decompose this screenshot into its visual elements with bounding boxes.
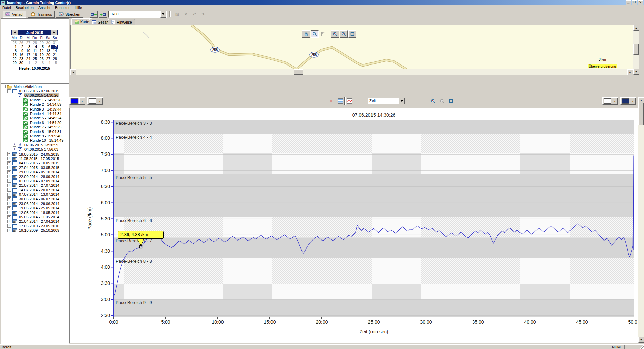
highlight-color-dropdown[interactable]: ▼ [620, 97, 636, 105]
menu-datei[interactable]: Datei [0, 6, 13, 10]
scroll-up-icon[interactable]: ▲ [633, 25, 639, 31]
tree-item-label[interactable]: 07.06.2015 13:20:59 [24, 143, 59, 147]
courses-button[interactable]: Strecken [56, 11, 83, 18]
expand-expander[interactable]: + [13, 143, 16, 147]
expand-expander[interactable]: + [7, 211, 11, 214]
tree-item[interactable]: -01.06.2015 - 07.06.2015 [1, 89, 69, 93]
calendar-day[interactable]: 11 [31, 49, 38, 53]
calendar-day[interactable]: 14 [51, 49, 58, 53]
tree-item[interactable]: +19.05.2014 - 25.05.2014 [1, 206, 69, 210]
chart-zoom-in-button[interactable] [429, 97, 437, 105]
tree-item-label[interactable]: Runde 2 - 14:34:59 [29, 102, 62, 106]
tab-hinweise[interactable]: Hinweise [108, 19, 135, 25]
tree-item-label[interactable]: 29.09.2014 - 05.10.2014 [18, 170, 60, 174]
calendar-day[interactable]: 21 [51, 53, 58, 57]
menu-benutzer[interactable]: Benutzer [53, 6, 72, 10]
calendar-day[interactable]: 22 [11, 57, 18, 61]
device-combobox-value[interactable]: FR60 [109, 11, 160, 17]
expand-expander[interactable]: + [7, 184, 11, 187]
tree-item-label[interactable]: 17.05.2010 - 23.05.2010 [18, 224, 60, 228]
chart-vertical-scrollbar[interactable]: ▲ ▼ [638, 97, 644, 343]
calendar-day[interactable]: 8 [11, 49, 18, 53]
tree-item-label[interactable]: 12.05.2014 - 18.05.2014 [18, 211, 60, 215]
activity-tree[interactable]: -Meine Aktivitäten-01.06.2015 - 07.06.20… [1, 84, 69, 344]
tree-item[interactable]: +22.09.2014 - 28.09.2014 [1, 174, 69, 179]
tree-item-label[interactable]: 19.05.2014 - 25.05.2014 [18, 206, 60, 210]
receive-from-device-button[interactable] [99, 11, 107, 18]
calendar-day[interactable]: 29 [11, 61, 18, 65]
tree-item-label[interactable]: 07.07.2014 - 13.07.2014 [18, 192, 60, 197]
calendar-day[interactable]: 16 [18, 53, 24, 57]
tree-item-label[interactable]: Runde 3 - 14:39:44 [29, 107, 62, 111]
pace-chart[interactable]: Pace-Bereich 3 - 3Pace-Bereich 4 - 4Pace… [70, 108, 637, 342]
calendar-day[interactable]: 30 [18, 61, 24, 65]
calendar-day[interactable]: 25 [31, 57, 38, 61]
expand-expander[interactable]: + [7, 166, 11, 169]
tree-item-label[interactable]: 01.06.2015 - 07.06.2015 [18, 89, 60, 93]
map-vertical-scrollbar[interactable]: ▲ ▼ [633, 25, 639, 75]
tree-item[interactable]: -07.06.2015 14:30:26 [1, 93, 69, 98]
tree-item[interactable]: Runde 5 - 14:49:24 [1, 116, 69, 120]
calendar-day[interactable]: 25 [11, 41, 18, 45]
calendar-day[interactable]: 5 [51, 61, 58, 65]
collapse-expander[interactable]: - [13, 94, 16, 97]
tree-item-label[interactable]: Runde 9 - 15:09:40 [29, 134, 62, 138]
scroll-left-icon[interactable]: ◄ [70, 69, 76, 75]
chevron-down-icon[interactable]: ▼ [612, 98, 618, 104]
scrollbar-thumb[interactable] [638, 103, 644, 125]
tree-item[interactable]: +12.05.2014 - 18.05.2014 [1, 210, 69, 215]
expand-expander[interactable]: + [7, 175, 11, 178]
tree-item-label[interactable]: Runde 1 - 14:30:26 [29, 98, 62, 102]
resize-grip[interactable] [640, 345, 644, 349]
calendar-day[interactable]: 1 [24, 61, 31, 65]
calendar-day[interactable]: 2 [31, 61, 38, 65]
expand-expander[interactable]: + [7, 152, 11, 156]
chevron-down-icon[interactable] [160, 11, 166, 18]
calendar-day[interactable]: 10 [24, 49, 31, 53]
zones-mode-button[interactable] [336, 97, 345, 105]
tree-item[interactable]: +18.05.2015 - 24.05.2015 [1, 152, 69, 156]
calendar-day[interactable]: 5 [38, 45, 45, 49]
expand-expander[interactable]: + [7, 157, 11, 160]
series1-color-dropdown[interactable]: ▼ [69, 97, 85, 105]
scroll-down-icon[interactable]: ▼ [633, 69, 639, 75]
calendar-day-selected[interactable]: 7 [51, 45, 58, 49]
tree-item-label[interactable]: 21.07.2014 - 27.07.2014 [18, 183, 60, 187]
maximize-button[interactable]: ❐ [632, 0, 637, 5]
compare-color-dropdown[interactable]: ▼ [602, 97, 618, 105]
tree-item[interactable]: +19.10.2009 - 25.10.2009 [1, 228, 69, 233]
tree-item[interactable]: +05.05.2014 - 11.05.2014 [1, 215, 69, 219]
expand-expander[interactable]: + [7, 188, 11, 192]
tree-item[interactable]: +23.06.2014 - 29.06.2014 [1, 201, 69, 206]
tree-item[interactable]: +01.09.2014 - 07.09.2014 [1, 179, 69, 183]
tree-item[interactable]: Runde 3 - 14:39:44 [1, 107, 69, 111]
scroll-up-icon[interactable]: ▲ [638, 97, 644, 103]
scroll-down-icon[interactable]: ▼ [638, 337, 644, 343]
calendar-day[interactable]: 23 [18, 57, 24, 61]
expand-expander[interactable]: + [7, 170, 11, 174]
map-horizontal-scrollbar[interactable]: ◄ ► [70, 69, 633, 75]
menu-hilfe[interactable]: Hilfe [72, 6, 84, 10]
calendar-day[interactable]: 3 [24, 45, 31, 49]
chart-fit-button[interactable] [447, 97, 455, 105]
chevron-down-icon[interactable]: ▼ [79, 98, 85, 104]
calendar-day[interactable]: 1 [11, 45, 18, 49]
tree-item-label[interactable]: 14.07.2014 - 20.07.2014 [18, 188, 60, 192]
tree-item-label[interactable]: Runde 8 - 15:04:31 [29, 130, 62, 134]
collapse-expander[interactable]: - [7, 89, 11, 93]
expand-expander[interactable]: + [7, 197, 11, 201]
tree-item-label[interactable]: 30.06.2014 - 06.07.2014 [18, 197, 60, 201]
calendar-prev-month-button[interactable]: ◀ [12, 30, 18, 35]
zoom-tool-button[interactable] [311, 30, 319, 38]
calendar-day[interactable]: 4 [45, 61, 51, 65]
tree-item[interactable]: +30.06.2014 - 06.07.2014 [1, 197, 69, 201]
expand-expander[interactable]: + [7, 229, 11, 232]
tree-item[interactable]: -Meine Aktivitäten [1, 84, 69, 89]
menu-bearbeiten[interactable]: Bearbeiten [13, 6, 36, 10]
series2-color-dropdown[interactable]: ▼ [87, 97, 103, 105]
tree-item[interactable]: Runde 7 - 14:59:25 [1, 125, 69, 129]
tree-item[interactable]: +14.07.2014 - 20.07.2014 [1, 188, 69, 192]
expand-expander[interactable]: + [7, 179, 11, 183]
tree-item-label[interactable]: 23.06.2014 - 29.06.2014 [18, 202, 60, 206]
tree-item[interactable]: Runde 4 - 14:44:34 [1, 111, 69, 116]
